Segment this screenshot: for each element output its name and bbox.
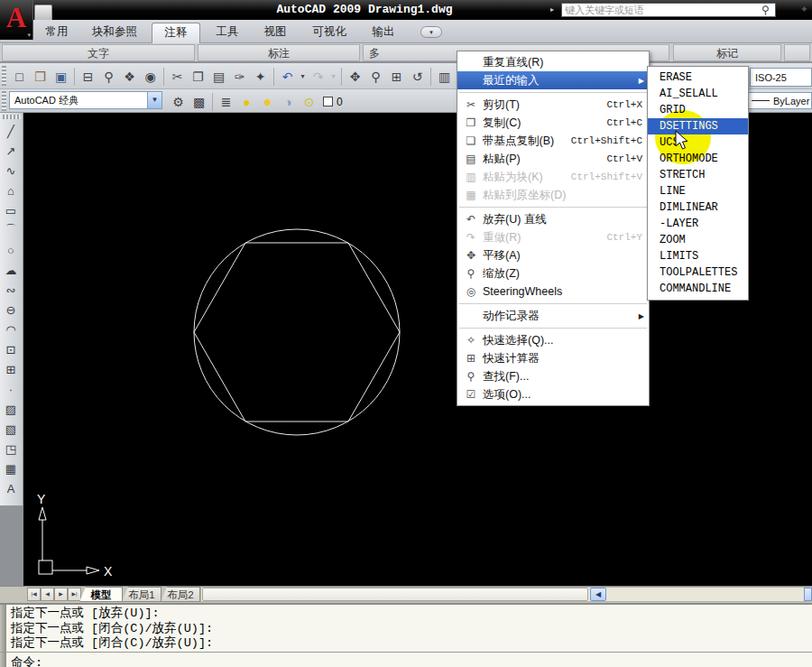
menu-item-pan[interactable]: ✥ 平移(A)	[457, 246, 649, 264]
hscroll-left-button[interactable]: ◀	[590, 588, 606, 601]
hatch-icon[interactable]: ▨	[0, 399, 22, 419]
insert-block-icon[interactable]: ⊡	[0, 339, 22, 359]
submenu-item-stretch[interactable]: STRETCH	[648, 167, 748, 183]
draw-toolbar-grip[interactable]	[3, 115, 21, 119]
submenu-item-ucs[interactable]: UCS	[648, 134, 748, 151]
layer-vp-freeze-icon[interactable]: ◑	[278, 92, 299, 112]
menu-item-steeringwheels[interactable]: ◎ SteeringWheels	[457, 283, 649, 301]
combo-dropdown-icon[interactable]: ▼	[147, 92, 161, 108]
copy-icon[interactable]: ❐	[188, 67, 208, 87]
menu-item-undo[interactable]: ↶ 放弃(U) 直线	[457, 210, 649, 228]
rectangle-icon[interactable]: ▭	[0, 200, 22, 220]
tab-layout2[interactable]: 布局2	[161, 587, 200, 602]
submenu-item-erase[interactable]: ERASE	[648, 69, 748, 86]
point-icon[interactable]: ∙	[0, 379, 22, 399]
menu-item-paste[interactable]: ▤ 粘贴(P) Ctrl+V	[457, 150, 649, 168]
tab-nav-prev[interactable]: ◀	[41, 588, 54, 601]
tab-nav-next[interactable]: ▶	[54, 588, 68, 601]
line-icon[interactable]: ╱	[0, 121, 22, 141]
toolbar-grip[interactable]	[2, 66, 6, 86]
menu-item-repeat-line[interactable]: 重复直线(R)	[457, 53, 649, 71]
submenu-item-commandline[interactable]: COMMANDLINE	[648, 281, 748, 297]
tab-model[interactable]: 模型	[79, 587, 123, 602]
zoom-window-icon[interactable]: ⊞	[386, 67, 407, 87]
new-icon[interactable]: □	[9, 67, 30, 87]
undo-icon[interactable]: ↶	[277, 67, 298, 87]
3d-dwf-icon[interactable]: ◉	[140, 67, 161, 87]
submenu-item-dsettings[interactable]: DSETTINGS	[648, 118, 748, 134]
command-window-grip[interactable]	[0, 605, 6, 667]
command-window[interactable]: 指定下一点或 [放弃(U)]:指定下一点或 [闭合(C)/放弃(U)]:指定下一…	[0, 603, 812, 667]
region-icon[interactable]: ◳	[0, 439, 22, 459]
tab-nav-first[interactable]: |◀	[27, 588, 41, 601]
workspace-save-icon[interactable]: ▩	[189, 92, 209, 112]
tab-output[interactable]: 输出	[362, 20, 405, 43]
panel-text[interactable]: 文字	[2, 44, 195, 61]
submenu-item-dimlinear[interactable]: DIMLINEAR	[648, 199, 748, 216]
panel-markup[interactable]: 标记	[673, 44, 781, 61]
paste-icon[interactable]: ▤	[208, 67, 229, 87]
tab-nav-last[interactable]: ▶|	[68, 588, 81, 601]
properties-icon[interactable]: ▥	[434, 67, 455, 87]
hscroll-right-button[interactable]	[804, 588, 812, 601]
workspace-combo[interactable]: AutoCAD 经典 ▼	[9, 91, 162, 109]
plot-icon[interactable]: ⊟	[78, 67, 98, 87]
arc-icon[interactable]: ⌒	[0, 220, 22, 240]
linetype-combo[interactable]: ByLayer	[747, 92, 812, 109]
workspace-settings-icon[interactable]: ⚙	[168, 92, 189, 112]
submenu-item-line[interactable]: LINE	[648, 183, 748, 199]
circle-icon[interactable]: ○	[0, 240, 22, 260]
layer-lock-icon[interactable]: ⊙	[299, 92, 319, 112]
pan-icon[interactable]: ✥	[345, 67, 365, 87]
plot-preview-icon[interactable]: ⚲	[98, 67, 119, 87]
menu-item-cut[interactable]: ✂ 剪切(T) Ctrl+X	[457, 96, 649, 114]
ellipse-arc-icon[interactable]: ◠	[0, 320, 22, 339]
tab-visualize[interactable]: 可视化	[301, 20, 357, 43]
publish-icon[interactable]: ❖	[119, 67, 140, 87]
tab-layout1[interactable]: 布局1	[122, 587, 161, 602]
tab-annotate[interactable]: 注释	[152, 23, 200, 43]
cut-icon[interactable]: ✂	[167, 67, 188, 87]
spline-icon[interactable]: ∾	[0, 280, 22, 300]
undo-dropdown-icon[interactable]: ▾	[298, 67, 308, 87]
revision-cloud-icon[interactable]: ☁	[0, 260, 22, 280]
submenu-item-orthomode[interactable]: ORTHOMODE	[648, 151, 748, 167]
tab-tools[interactable]: 工具	[206, 20, 249, 43]
hscrollbar-thumb[interactable]	[202, 588, 588, 601]
make-block-icon[interactable]: ⊞	[0, 359, 22, 379]
toolbar-grip-2[interactable]	[2, 91, 6, 111]
menu-item-find[interactable]: ⚲ 查找(F)...	[457, 367, 649, 385]
menu-browser-button[interactable]: A ▾	[0, 0, 33, 40]
layer-freeze-icon[interactable]: ●	[257, 92, 278, 112]
menu-item-action-recorder[interactable]: 动作记录器 ▶	[457, 307, 649, 325]
gradient-icon[interactable]: ▧	[0, 419, 22, 439]
search-input[interactable]	[562, 5, 761, 15]
ribbon-minimize-button[interactable]: ▾	[420, 26, 442, 38]
menu-item-copy[interactable]: ❐ 复制(C) Ctrl+C	[457, 114, 649, 132]
save-icon[interactable]: ▣	[51, 67, 71, 87]
submenu-item-ai-selall[interactable]: AI_SELALL	[648, 86, 748, 102]
quick-access-chip[interactable]	[34, 5, 52, 20]
tab-view[interactable]: 视图	[254, 20, 297, 43]
dim-style-combo[interactable]: ISO-25	[750, 68, 812, 87]
block-editor-icon[interactable]: ✦	[250, 67, 271, 87]
submenu-item-toolpalettes[interactable]: TOOLPALETTES	[648, 264, 748, 281]
zoom-realtime-icon[interactable]: ⚲	[365, 67, 386, 87]
submenu-item-zoom[interactable]: ZOOM	[648, 232, 748, 248]
submenu-item-limits[interactable]: LIMITS	[648, 248, 748, 264]
ellipse-icon[interactable]: ⊖	[0, 300, 22, 320]
zoom-previous-icon[interactable]: ↺	[407, 67, 428, 87]
match-properties-icon[interactable]: ✑	[229, 67, 250, 87]
mtext-icon[interactable]: A	[0, 478, 22, 498]
circle-entity[interactable]	[194, 229, 400, 435]
submenu-item-layer[interactable]: -LAYER	[648, 216, 748, 232]
layer-on-off-icon[interactable]: ●	[236, 92, 257, 112]
panel-dimensions[interactable]: 标注	[198, 44, 360, 61]
construction-line-icon[interactable]: ↗	[0, 141, 22, 161]
tab-blocks-references[interactable]: 块和参照	[83, 20, 146, 43]
polygon-icon[interactable]: ⌂	[0, 181, 22, 200]
menu-item-options[interactable]: ☑ 选项(O)...	[457, 385, 649, 403]
command-prompt[interactable]: 命令:	[11, 654, 42, 667]
help-search-box[interactable]: ⚲	[561, 3, 776, 17]
menu-item-zoom[interactable]: ⚲ 缩放(Z)	[457, 264, 649, 283]
